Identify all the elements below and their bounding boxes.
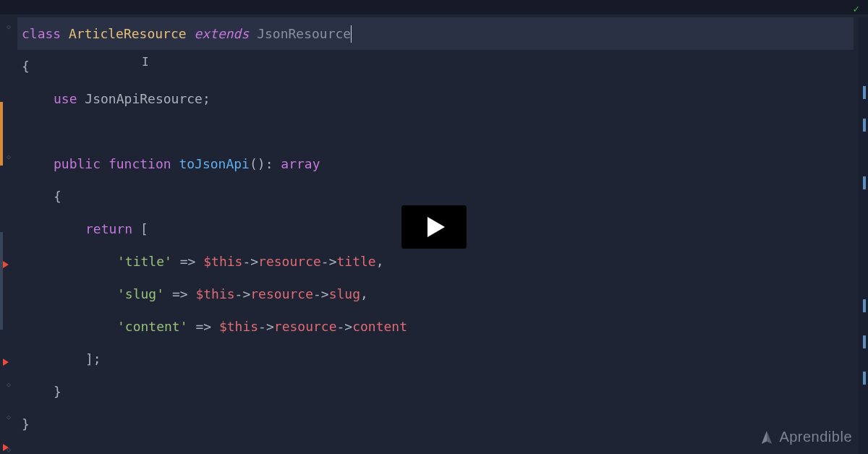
bracket-close: ]: [85, 351, 93, 367]
colon: :: [265, 156, 273, 171]
parens: (): [250, 156, 265, 171]
property: resource: [258, 254, 321, 269]
return-type: array: [281, 156, 320, 171]
scroll-marker: [863, 372, 866, 385]
comma: ,: [360, 286, 368, 301]
comma: ,: [376, 254, 384, 269]
brace-close: }: [22, 416, 30, 432]
property: title: [337, 254, 376, 269]
play-button[interactable]: [401, 205, 467, 249]
brace-open: {: [54, 189, 61, 204]
code-line[interactable]: public function toJsonApi(): array: [17, 147, 854, 180]
brace-open: {: [22, 59, 30, 74]
object-arrow: ->: [337, 319, 353, 334]
property: resource: [274, 319, 337, 334]
object-arrow: ->: [321, 254, 337, 269]
code-line[interactable]: }: [17, 408, 854, 440]
fold-icon[interactable]: ◇: [4, 380, 13, 388]
trait-name: JsonApiResource: [85, 91, 203, 106]
class-name: ArticleResource: [69, 26, 187, 41]
object-arrow: ->: [235, 286, 251, 301]
bracket-open: [: [140, 221, 148, 236]
code-editor: ✓ ◇ ◇ ◇ ◇ ◇ class ArticleResource extend…: [0, 0, 868, 454]
scroll-marker: [863, 335, 866, 348]
code-line-empty[interactable]: [17, 115, 854, 147]
brace-close: }: [54, 384, 61, 399]
property: slug: [329, 286, 360, 301]
object-arrow: ->: [242, 254, 258, 269]
keyword-use: use: [54, 91, 77, 106]
watermark: Aprendible: [760, 429, 852, 445]
parent-class: JsonResource: [257, 26, 351, 41]
code-line[interactable]: 'content' => $this->resource->content: [17, 310, 854, 343]
breakpoint-icon[interactable]: [3, 261, 9, 268]
keyword-class: class: [22, 26, 61, 41]
code-line[interactable]: 'slug' => $this->resource->slug,: [17, 278, 854, 310]
array-key: 'slug': [117, 286, 164, 301]
editor-gutter[interactable]: ◇ ◇ ◇ ◇ ◇: [0, 17, 17, 454]
status-checkmark-icon: ✓: [854, 3, 859, 14]
code-line[interactable]: class ArticleResource extends JsonResour…: [17, 17, 854, 50]
scroll-marker: [863, 119, 866, 132]
property: resource: [250, 286, 313, 301]
scroll-marker: [863, 299, 866, 312]
fold-icon[interactable]: ◇: [4, 445, 13, 453]
change-marker: [0, 102, 3, 166]
code-line[interactable]: 'title' => $this->resource->title,: [17, 245, 854, 278]
keyword-extends: extends: [194, 26, 249, 41]
array-key: 'title': [117, 254, 172, 269]
change-marker: [0, 232, 3, 330]
scroll-marker: [863, 176, 866, 189]
arrow-op: =>: [195, 319, 211, 334]
scroll-marker: [863, 86, 866, 99]
text-cursor: [351, 25, 352, 43]
property: content: [352, 319, 407, 334]
object-arrow: ->: [313, 286, 329, 301]
variable-this: $this: [219, 319, 258, 334]
semicolon: ;: [93, 351, 101, 367]
keyword-function: function: [109, 156, 171, 171]
arrow-op: =>: [180, 254, 196, 269]
code-line[interactable]: use JsonApiResource;: [17, 82, 854, 115]
i-beam-cursor-icon: I: [142, 55, 149, 69]
logo-icon: [760, 429, 773, 445]
fold-icon[interactable]: ◇: [4, 152, 13, 160]
keyword-return: return: [85, 221, 132, 236]
function-name: toJsonApi: [179, 156, 250, 171]
object-arrow: ->: [258, 319, 274, 334]
watermark-text: Aprendible: [779, 429, 852, 445]
array-key: 'content': [117, 319, 188, 334]
editor-top-bar: ✓: [0, 0, 868, 14]
variable-this: $this: [195, 286, 234, 301]
code-line[interactable]: { I: [17, 50, 854, 82]
fold-icon[interactable]: ◇: [4, 22, 13, 30]
breakpoint-icon[interactable]: [3, 359, 9, 366]
variable-this: $this: [203, 254, 242, 269]
scrollbar[interactable]: [858, 17, 868, 454]
arrow-op: =>: [172, 286, 188, 301]
play-icon: [427, 217, 445, 237]
code-line[interactable]: }: [17, 375, 854, 408]
keyword-public: public: [54, 156, 101, 171]
semicolon: ;: [203, 91, 210, 106]
fold-icon[interactable]: ◇: [4, 412, 13, 421]
code-line[interactable]: ];: [17, 343, 854, 375]
